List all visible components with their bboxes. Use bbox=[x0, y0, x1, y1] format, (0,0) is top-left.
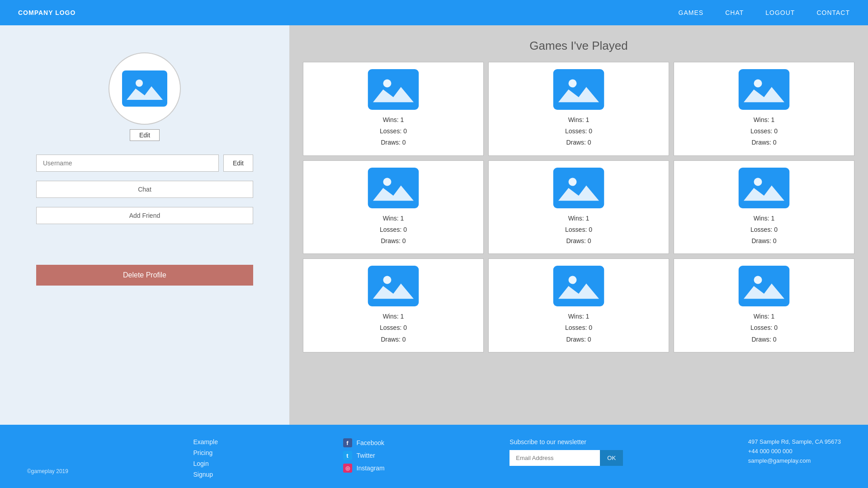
game-stats: Wins: 1 Losses: 0 Draws: 0 bbox=[380, 311, 407, 345]
nav-logout[interactable]: LOGOUT bbox=[765, 9, 795, 16]
games-grid: Wins: 1 Losses: 0 Draws: 0 Wins: 1 Losse… bbox=[303, 62, 854, 352]
svg-point-17 bbox=[569, 276, 577, 284]
svg-point-13 bbox=[754, 178, 762, 186]
contact-phone: +44 000 000 000 bbox=[748, 448, 841, 455]
svg-rect-14 bbox=[368, 266, 419, 306]
main-content: Edit Edit Chat Add Friend Delete Profile… bbox=[0, 25, 868, 425]
game-wins: Wins: 1 bbox=[565, 213, 592, 224]
game-card: Wins: 1 Losses: 0 Draws: 0 bbox=[674, 160, 854, 254]
game-losses: Losses: 0 bbox=[380, 126, 407, 137]
game-wins: Wins: 1 bbox=[565, 311, 592, 322]
footer-link-example[interactable]: Example bbox=[193, 438, 217, 446]
svg-point-5 bbox=[569, 80, 577, 88]
svg-point-15 bbox=[383, 276, 392, 284]
game-wins: Wins: 1 bbox=[380, 114, 407, 126]
svg-rect-8 bbox=[368, 168, 419, 208]
game-losses: Losses: 0 bbox=[750, 224, 778, 235]
game-stats: Wins: 1 Losses: 0 Draws: 0 bbox=[380, 114, 407, 149]
game-draws: Draws: 0 bbox=[565, 137, 592, 148]
svg-point-7 bbox=[754, 80, 762, 88]
footer: ©gameplay 2019 Example Pricing Login Sig… bbox=[0, 425, 868, 488]
svg-point-11 bbox=[569, 178, 577, 186]
nav-games[interactable]: GAMES bbox=[679, 9, 704, 16]
game-card: Wins: 1 Losses: 0 Draws: 0 bbox=[303, 160, 484, 254]
newsletter-email-input[interactable] bbox=[509, 450, 600, 466]
footer-link-signup[interactable]: Signup bbox=[193, 471, 217, 478]
game-thumbnail-icon bbox=[495, 168, 662, 208]
twitter-icon: t bbox=[343, 451, 352, 460]
instagram-label[interactable]: Instagram bbox=[357, 465, 385, 472]
username-input[interactable] bbox=[36, 155, 219, 172]
add-friend-button[interactable]: Add Friend bbox=[36, 207, 253, 224]
svg-point-3 bbox=[383, 80, 392, 88]
footer-contact: 497 Sample Rd, Sample, CA 95673 +44 000 … bbox=[748, 438, 841, 464]
game-wins: Wins: 1 bbox=[565, 114, 592, 126]
game-thumbnail-icon bbox=[310, 168, 476, 208]
game-losses: Losses: 0 bbox=[565, 126, 592, 137]
game-card: Wins: 1 Losses: 0 Draws: 0 bbox=[488, 62, 669, 156]
game-thumbnail-icon bbox=[681, 168, 847, 208]
footer-social: f Facebook t Twitter ◎ Instagram bbox=[343, 438, 385, 473]
nav-chat[interactable]: CHAT bbox=[725, 9, 744, 16]
edit-photo-button[interactable]: Edit bbox=[130, 129, 160, 141]
chat-button[interactable]: Chat bbox=[36, 181, 253, 198]
game-draws: Draws: 0 bbox=[380, 334, 407, 345]
footer-link-login[interactable]: Login bbox=[193, 460, 217, 467]
game-card: Wins: 1 Losses: 0 Draws: 0 bbox=[674, 62, 854, 156]
avatar-image-icon bbox=[122, 70, 167, 107]
game-draws: Draws: 0 bbox=[380, 235, 407, 247]
game-stats: Wins: 1 Losses: 0 Draws: 0 bbox=[750, 311, 778, 345]
game-card: Wins: 1 Losses: 0 Draws: 0 bbox=[303, 258, 484, 352]
game-wins: Wins: 1 bbox=[750, 311, 778, 322]
navbar: COMPANY LOGO GAMES CHAT LOGOUT CONTACT bbox=[0, 0, 868, 25]
games-title: Games I've Played bbox=[303, 39, 854, 53]
game-thumbnail-icon bbox=[310, 69, 476, 110]
nav-contact[interactable]: CONTACT bbox=[816, 9, 850, 16]
game-losses: Losses: 0 bbox=[750, 126, 778, 137]
navbar-logo: COMPANY LOGO bbox=[18, 9, 75, 16]
social-facebook: f Facebook bbox=[343, 438, 385, 447]
game-card: Wins: 1 Losses: 0 Draws: 0 bbox=[488, 258, 669, 352]
svg-rect-2 bbox=[368, 69, 419, 110]
newsletter-submit-button[interactable]: OK bbox=[600, 450, 623, 466]
game-thumbnail-icon bbox=[681, 69, 847, 110]
game-draws: Draws: 0 bbox=[565, 235, 592, 247]
social-twitter: t Twitter bbox=[343, 451, 385, 460]
facebook-icon: f bbox=[343, 438, 352, 447]
navbar-links: GAMES CHAT LOGOUT CONTACT bbox=[679, 9, 850, 16]
username-edit-button[interactable]: Edit bbox=[223, 155, 253, 172]
game-stats: Wins: 1 Losses: 0 Draws: 0 bbox=[565, 311, 592, 345]
game-stats: Wins: 1 Losses: 0 Draws: 0 bbox=[750, 213, 778, 247]
svg-rect-6 bbox=[739, 69, 790, 110]
game-card: Wins: 1 Losses: 0 Draws: 0 bbox=[674, 258, 854, 352]
game-draws: Draws: 0 bbox=[565, 334, 592, 345]
contact-address: 497 Sample Rd, Sample, CA 95673 bbox=[748, 438, 841, 445]
svg-point-1 bbox=[136, 80, 143, 87]
game-stats: Wins: 1 Losses: 0 Draws: 0 bbox=[565, 114, 592, 149]
facebook-label[interactable]: Facebook bbox=[357, 439, 384, 446]
footer-link-pricing[interactable]: Pricing bbox=[193, 449, 217, 456]
svg-rect-0 bbox=[122, 70, 167, 107]
avatar-container: Edit bbox=[108, 52, 181, 141]
contact-email: sample@gameplay.com bbox=[748, 457, 841, 464]
svg-rect-12 bbox=[739, 168, 790, 208]
game-draws: Draws: 0 bbox=[750, 334, 778, 345]
social-instagram: ◎ Instagram bbox=[343, 464, 385, 473]
delete-profile-button[interactable]: Delete Profile bbox=[36, 265, 253, 286]
game-thumbnail-icon bbox=[681, 266, 847, 306]
game-stats: Wins: 1 Losses: 0 Draws: 0 bbox=[750, 114, 778, 149]
game-losses: Losses: 0 bbox=[565, 322, 592, 333]
sidebar: Edit Edit Chat Add Friend Delete Profile bbox=[0, 25, 289, 425]
game-stats: Wins: 1 Losses: 0 Draws: 0 bbox=[380, 213, 407, 247]
game-draws: Draws: 0 bbox=[380, 137, 407, 148]
svg-rect-10 bbox=[553, 168, 604, 208]
svg-rect-18 bbox=[739, 266, 790, 306]
footer-links: Example Pricing Login Signup bbox=[193, 438, 217, 478]
game-wins: Wins: 1 bbox=[380, 213, 407, 224]
username-row: Edit bbox=[36, 155, 253, 172]
twitter-label[interactable]: Twitter bbox=[357, 452, 375, 459]
svg-rect-16 bbox=[553, 266, 604, 306]
game-wins: Wins: 1 bbox=[750, 213, 778, 224]
game-losses: Losses: 0 bbox=[380, 322, 407, 333]
game-draws: Draws: 0 bbox=[750, 137, 778, 148]
